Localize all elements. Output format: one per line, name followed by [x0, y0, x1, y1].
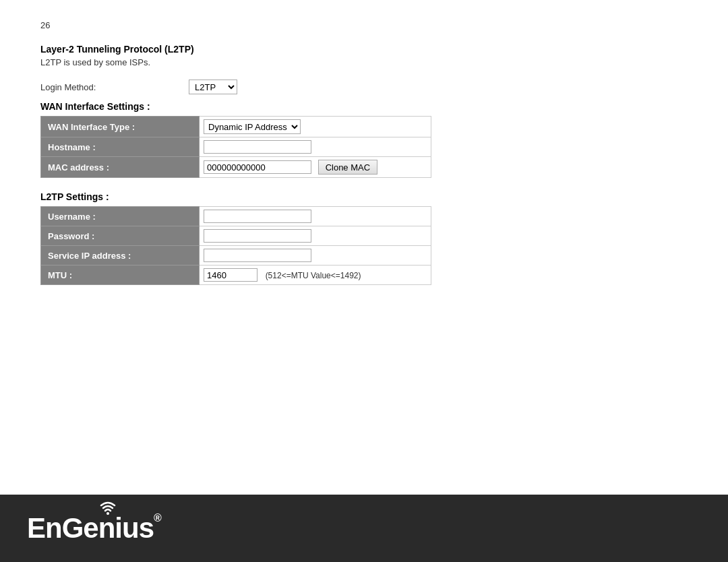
service-ip-value-cell — [200, 246, 431, 266]
logo-wifi-wrapper: Genius — [62, 512, 154, 544]
logo-en: En — [27, 512, 62, 544]
mtu-input[interactable] — [204, 268, 257, 282]
brand-logo: En Genius ® — [27, 512, 161, 544]
clone-mac-button[interactable]: Clone MAC — [318, 160, 377, 175]
hostname-row: Hostname : — [41, 137, 431, 157]
footer: En Genius ® — [0, 495, 728, 562]
mac-row: MAC address : Clone MAC — [41, 157, 431, 178]
wan-type-row: WAN Interface Type : Dynamic IP Address … — [41, 117, 431, 137]
login-method-row: Login Method: L2TP PPPoE PPTP — [40, 80, 688, 94]
page-number: 26 — [40, 20, 688, 30]
wifi-dot — [107, 512, 109, 515]
username-row: Username : — [41, 207, 431, 226]
hostname-label: Hostname : — [41, 137, 200, 157]
password-label: Password : — [41, 226, 200, 246]
l2tp-settings-table: Username : Password : Service IP address… — [40, 206, 431, 285]
wan-type-value-cell: Dynamic IP Address Static IP Address — [200, 117, 431, 137]
service-ip-label: Service IP address : — [41, 246, 200, 266]
main-content: 26 Layer-2 Tunneling Protocol (L2TP) L2T… — [0, 0, 728, 495]
mtu-value-cell: (512<=MTU Value<=1492) — [200, 266, 431, 285]
mtu-hint: (512<=MTU Value<=1492) — [266, 271, 361, 280]
hostname-input[interactable] — [204, 140, 311, 154]
wan-type-select[interactable]: Dynamic IP Address Static IP Address — [204, 119, 301, 134]
mtu-label: MTU : — [41, 266, 200, 285]
section-description: L2TP is used by some ISPs. — [40, 57, 688, 67]
password-value-cell — [200, 226, 431, 246]
mac-value-cell: Clone MAC — [200, 157, 431, 178]
password-row: Password : — [41, 226, 431, 246]
logo-registered: ® — [154, 512, 161, 524]
wan-settings-table: WAN Interface Type : Dynamic IP Address … — [40, 116, 431, 178]
login-method-label: Login Method: — [40, 82, 189, 92]
section-title: Layer-2 Tunneling Protocol (L2TP) — [40, 44, 688, 55]
service-ip-input[interactable] — [204, 249, 311, 262]
wan-settings-heading: WAN Interface Settings : — [40, 101, 688, 112]
username-label: Username : — [41, 207, 200, 226]
password-input[interactable] — [204, 229, 311, 243]
username-input[interactable] — [204, 210, 311, 223]
login-method-select[interactable]: L2TP PPPoE PPTP — [189, 80, 237, 94]
mtu-row: MTU : (512<=MTU Value<=1492) — [41, 266, 431, 285]
mac-input[interactable] — [204, 160, 311, 174]
mac-label: MAC address : — [41, 157, 200, 178]
username-value-cell — [200, 207, 431, 226]
wan-type-label: WAN Interface Type : — [41, 117, 200, 137]
logo-genius: Genius — [62, 512, 154, 544]
l2tp-settings-heading: L2TP Settings : — [40, 191, 688, 202]
hostname-value-cell — [200, 137, 431, 157]
wifi-icon — [98, 500, 117, 516]
service-ip-row: Service IP address : — [41, 246, 431, 266]
